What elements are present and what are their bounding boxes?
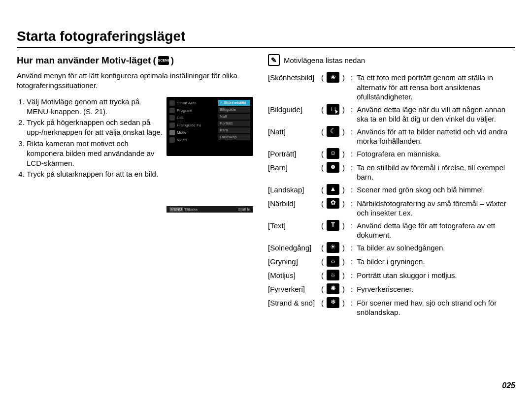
paren-open: ( [321,243,324,253]
scene-mode-row: [Fyrverkeri]():Fyrverkeriscener. [268,284,515,295]
colon: : [351,163,353,173]
lcd-left-label: DIS [177,116,183,120]
colon: : [351,257,353,267]
paren-close: ) [342,221,345,231]
lcd-left-row: Smart Auto [169,100,216,106]
paren-close: ) [342,127,345,137]
right-column: ✎ Motivlägena listas nedan [Skönhetsbild… [268,55,515,320]
paren-open: ( [321,199,324,209]
lcd-left-label: Program [177,108,192,113]
scene-mode-label: [Skönhetsbild] [268,73,318,83]
section-subhead: Hur man använder Motiv-läget ( SCENE ) [17,55,253,66]
step-item: Rikta kameran mot motivet och komponera … [27,139,163,169]
paren-close: ) [171,55,174,66]
lcd-mode-icon [169,108,175,113]
paren-open: ( [153,55,156,66]
lcd-mode-icon [169,130,175,135]
colon: : [351,298,353,308]
scene-mode-label: [Solnedgång] [268,243,318,253]
scene-mode-label: [Porträtt] [268,149,318,159]
scene-mode-label: [Barn] [268,163,318,173]
scene-mode-list: [Skönhetsbild]():Ta ett foto med porträt… [268,73,515,317]
step-list: Välj Motivläge genom att trycka på MENU-… [17,97,163,180]
colon: : [351,243,353,253]
paren-open: ( [321,271,324,280]
scene-mode-row: [Bildguide]():Använd detta läge när du v… [268,105,515,124]
step-item: Välj Motivläge genom att trycka på MENU-… [27,97,163,117]
colon: : [351,284,353,294]
child-icon [327,162,339,173]
scene-mode-row: [Landskap]():Scener med grön skog och bl… [268,185,515,196]
colon: : [351,185,353,195]
scene-mode-row: [Porträtt]():Fotografera en människa. [268,149,515,160]
paren-close: ) [342,298,345,308]
guide-icon [327,104,339,115]
paren-open: ( [321,149,324,159]
paren-close: ) [342,73,345,83]
dawn-icon [327,256,339,267]
scene-mode-desc: Scener med grön skog och blå himmel. [357,185,515,195]
lcd-mode-icon [169,137,175,143]
backl-icon [327,270,339,280]
note-text: Motivlägena listas nedan [284,56,365,64]
lcd-right-item: Skönhetsbild [218,100,250,106]
portrait-icon [327,148,339,159]
scene-mode-label: [Gryning] [268,257,318,267]
paren-close: ) [342,257,345,267]
lcd-left-row: DIS [169,115,216,121]
paren-open: ( [321,73,324,83]
scene-mode-desc: Används för att ta bilder nattetid och v… [357,127,515,146]
scene-mode-row: [Motljus]():Porträtt utan skuggor i motl… [268,271,515,281]
page-number: 025 [502,381,515,390]
scene-mode-label: [Landskap] [268,185,318,195]
lcd-mode-icon [169,115,175,121]
lcd-left-label: Hjälpguide Fo [177,123,201,127]
scene-mode-label: [Text] [268,221,318,231]
scene-mode-desc: Ta bilder av solnedgången. [357,243,515,253]
paren-close: ) [342,105,345,115]
lcd-left-label: Video [177,138,187,142]
paren-close: ) [342,271,345,280]
scene-mode-row: [Solnedgång]():Ta bilder av solnedgången… [268,243,515,254]
scene-mode-row: [Natt]():Används för att ta bilder natte… [268,127,515,146]
scene-mode-icon: SCENE [158,56,169,65]
subhead-text: Hur man använder Motiv-läget [17,55,151,66]
step-item: Tryck på slutarknappen för att ta en bil… [27,169,163,179]
scene-mode-desc: Porträtt utan skuggor i motljus. [357,271,515,280]
paren-open: ( [321,257,324,267]
sunset-icon [327,242,339,253]
paren-close: ) [342,163,345,173]
paren-open: ( [321,185,324,195]
lcd-left-label: Smart Auto [177,101,197,105]
lcd-right-item: Natt [218,114,250,120]
scene-mode-desc: Använd detta läge när du vill att någon … [357,105,515,124]
lcd-foot-left: Tillbaka [184,207,198,212]
beauty-icon [327,72,339,83]
fire-icon [327,283,339,294]
scene-mode-row: [Barn]():Ta en stillbild av föremål i rö… [268,163,515,182]
scene-mode-row: [Gryning]():Ta bilder i gryningen. [268,257,515,268]
scene-mode-row: [Skönhetsbild]():Ta ett foto med porträt… [268,73,515,102]
step-item: Tryck på högerknappen och sedan på upp-/… [27,118,163,138]
lcd-right-item: Bildguide [218,107,250,113]
scene-mode-desc: Använd detta läge för att fotografera av… [357,221,515,240]
paren-open: ( [321,221,324,231]
lcd-left-label: Motiv [177,130,186,135]
colon: : [351,127,353,137]
page-title: Starta fotograferingsläget [17,29,515,44]
scene-mode-row: [Text]():Använd detta läge för att fotog… [268,221,515,240]
lcd-left-row: Video [169,137,216,143]
scene-mode-label: [Bildguide] [268,105,318,115]
colon: : [351,221,353,231]
paren-open: ( [321,298,324,308]
note-icon: ✎ [268,54,280,66]
paren-close: ) [342,149,345,159]
colon: : [351,73,353,83]
scene-mode-label: [Natt] [268,127,318,137]
colon: : [351,149,353,159]
scene-mode-desc: För scener med hav, sjö och strand och f… [357,298,515,317]
lcd-left-row: Hjälpguide Fo [169,122,216,128]
intro-text: Använd menyn för att lätt konfigurera op… [17,71,253,91]
scene-mode-desc: Fotografera en människa. [357,149,515,159]
paren-close: ) [342,185,345,195]
